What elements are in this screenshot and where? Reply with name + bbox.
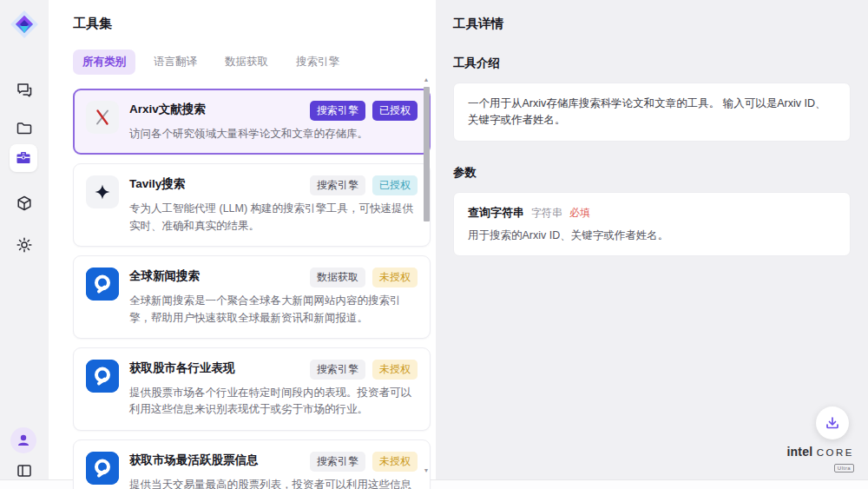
tool-title: 获取股市各行业表现: [129, 360, 235, 376]
tool-description: 提供股票市场各个行业在特定时间段内的表现。投资者可以利用这些信息来识别表现优于或…: [129, 385, 418, 419]
q-blue-icon: [86, 452, 119, 485]
tool-description: 提供当天交易量最高的股票列表，投资者可以利用这些信息来识别流动性强的股票和潜在的…: [129, 477, 418, 489]
sidebar-item-toolbox-icon[interactable]: [10, 144, 37, 172]
download-button[interactable]: [816, 406, 849, 439]
user-avatar[interactable]: [10, 427, 36, 453]
category-badge: 搜索引擎: [310, 175, 365, 195]
intel-core-logo: intel CORE Ultra: [787, 445, 854, 472]
page-title: 工具集: [73, 16, 436, 32]
tool-description: 全球新闻搜索是一个聚合全球各大新闻网站内容的搜索引擎，帮助用户快速获取全球最新资…: [129, 293, 418, 327]
tool-title: Tavily搜索: [129, 175, 185, 192]
auth-status-badge: 已授权: [372, 175, 418, 195]
category-badge: 搜索引擎: [310, 101, 365, 121]
app-window: 工具集 所有类别语言翻译数据获取搜索引擎 Arxiv文献搜索搜索引擎已授权访问各…: [0, 0, 868, 480]
param-card: 查询字符串 字符串 必填 用于搜索的Arxiv ID、关键字或作者姓名。: [453, 192, 851, 256]
tool-list: Arxiv文献搜索搜索引擎已授权访问各个研究领域大量科学论文和文章的存储库。Ta…: [73, 89, 431, 489]
collapse-sidebar-icon[interactable]: [10, 457, 38, 485]
tool-list-panel: 工具集 所有类别语言翻译数据获取搜索引擎 Arxiv文献搜索搜索引擎已授权访问各…: [49, 0, 436, 479]
auth-status-badge: 已授权: [372, 101, 418, 121]
tab-category-3[interactable]: 搜索引擎: [286, 50, 349, 75]
param-type: 字符串: [531, 206, 562, 221]
tab-category-1[interactable]: 语言翻译: [144, 50, 207, 75]
scroll-up-icon[interactable]: ▲: [422, 75, 431, 83]
q-blue-icon: [86, 360, 119, 393]
tool-card-3[interactable]: 获取股市各行业表现搜索引擎未授权提供股票市场各个行业在特定时间段内的表现。投资者…: [73, 347, 431, 431]
sidebar-item-gear-icon[interactable]: [10, 231, 38, 259]
app-logo-icon: [9, 9, 40, 40]
sidebar-item-folder-icon[interactable]: [10, 115, 38, 142]
auth-status-badge: 未授权: [372, 360, 418, 380]
tool-card-2[interactable]: 全球新闻搜索数据获取未授权全球新闻搜索是一个聚合全球各大新闻网站内容的搜索引擎，…: [73, 255, 431, 339]
category-badge: 搜索引擎: [310, 360, 365, 380]
tab-category-2[interactable]: 数据获取: [215, 50, 278, 75]
q-blue-icon: [86, 268, 119, 301]
tool-title: 全球新闻搜索: [129, 268, 200, 284]
tool-detail-panel: 工具详情 工具介绍 一个用于从Arxiv存储库搜索科学论文和文章的工具。 输入可…: [436, 0, 868, 479]
scroll-down-icon[interactable]: ▼: [422, 466, 431, 474]
scrollbar[interactable]: ▲ ▼: [422, 75, 431, 474]
param-description: 用于搜索的Arxiv ID、关键字或作者姓名。: [468, 228, 836, 243]
auth-status-badge: 未授权: [372, 452, 418, 472]
category-tabs: 所有类别语言翻译数据获取搜索引擎: [73, 50, 436, 75]
auth-status-badge: 未授权: [372, 268, 418, 287]
arxiv-icon: [86, 101, 119, 134]
tool-description: 专为人工智能代理 (LLM) 构建的搜索引擎工具，可快速提供实时、准确和真实的结…: [129, 201, 418, 235]
detail-title: 工具详情: [453, 16, 851, 32]
brand-core: CORE: [817, 447, 854, 458]
left-rail: [0, 0, 49, 479]
params-header: 参数: [453, 165, 851, 181]
tool-title: Arxiv文献搜索: [129, 101, 206, 117]
sidebar-item-chat-icon[interactable]: [10, 76, 38, 104]
param-required-badge: 必填: [569, 206, 590, 221]
scrollbar-thumb[interactable]: [424, 87, 430, 221]
brand-ultra-badge: Ultra: [834, 464, 854, 472]
intro-card: 一个用于从Arxiv存储库搜索科学论文和文章的工具。 输入可以是Arxiv ID…: [453, 83, 851, 142]
tavily-icon: [86, 175, 119, 208]
tool-description: 访问各个研究领域大量科学论文和文章的存储库。: [129, 126, 418, 142]
tool-card-1[interactable]: Tavily搜索搜索引擎已授权专为人工智能代理 (LLM) 构建的搜索引擎工具，…: [73, 163, 431, 247]
intro-header: 工具介绍: [453, 56, 851, 71]
tool-card-4[interactable]: 获取市场最活跃股票信息搜索引擎未授权提供当天交易量最高的股票列表，投资者可以利用…: [73, 439, 431, 489]
brand-intel: intel: [787, 445, 813, 459]
sidebar-item-cube-icon[interactable]: [10, 189, 38, 217]
tab-category-0[interactable]: 所有类别: [73, 50, 135, 75]
tool-card-0[interactable]: Arxiv文献搜索搜索引擎已授权访问各个研究领域大量科学论文和文章的存储库。: [73, 89, 431, 155]
category-badge: 搜索引擎: [310, 452, 365, 472]
intro-text: 一个用于从Arxiv存储库搜索科学论文和文章的工具。 输入可以是Arxiv ID…: [468, 96, 836, 129]
tool-title: 获取市场最活跃股票信息: [129, 452, 259, 468]
param-name: 查询字符串: [468, 205, 524, 221]
category-badge: 数据获取: [310, 268, 365, 287]
